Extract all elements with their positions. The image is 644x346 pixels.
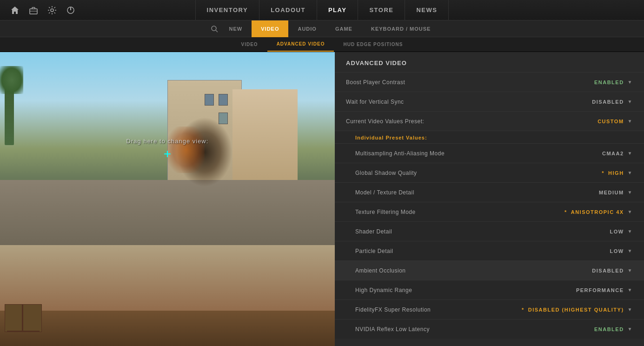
antialiasing-label: Multisampling Anti-Aliasing Mode	[355, 150, 445, 157]
nav-inventory[interactable]: Inventory	[195, 0, 260, 20]
settings-row-shadow-quality[interactable]: Global Shadow Quality * HIGH ▼	[335, 163, 644, 182]
nvidia-reflex-dropdown[interactable]: ▼	[628, 326, 633, 332]
settings-icon[interactable]	[46, 5, 58, 16]
ambient-occlusion-value[interactable]: DISABLED ▼	[592, 268, 633, 273]
nav-news[interactable]: News	[405, 0, 449, 20]
svg-point-2	[51, 9, 53, 12]
shadow-quality-label: Global Shadow Quality	[355, 170, 417, 176]
settings-row-particle-detail[interactable]: Particle Detail LOW ▼	[335, 241, 644, 260]
briefcase-icon[interactable]	[28, 5, 39, 16]
boost-player-contrast-dropdown[interactable]: ▼	[628, 80, 633, 85]
top-nav-left-icons	[9, 5, 76, 16]
fidelityfx-label: FidelityFX Super Resolution	[355, 306, 431, 313]
settings-row-texture-filtering[interactable]: Texture Filtering Mode * ANISOTROPIC 4X …	[335, 202, 644, 221]
settings-row-hdr[interactable]: High Dynamic Range PERFORMANCE ▼	[335, 280, 644, 299]
settings-row-fidelityfx[interactable]: FidelityFX Super Resolution * DISABLED (…	[335, 299, 644, 319]
power-icon[interactable]	[65, 5, 76, 16]
hdr-label: High Dynamic Range	[355, 287, 412, 293]
settings-panel: Advanced Video Boost Player Contrast ENA…	[335, 52, 644, 346]
fidelityfx-value[interactable]: * DISABLED (HIGHEST QUALITY) ▼	[522, 307, 633, 313]
subnav-audio[interactable]: Audio	[288, 20, 325, 37]
texture-filtering-value[interactable]: * ANISOTROPIC 4X ▼	[564, 209, 633, 215]
preview-bottom[interactable]	[0, 245, 335, 346]
antialiasing-dropdown[interactable]: ▼	[628, 151, 633, 156]
individual-preset-header: Individual Preset Values:	[335, 131, 644, 143]
svg-line-6	[216, 30, 218, 32]
preview-panel: Drag here to change view: +	[0, 52, 335, 346]
particle-detail-dropdown[interactable]: ▼	[628, 248, 633, 253]
shadow-quality-dropdown[interactable]: ▼	[628, 170, 633, 175]
shadow-quality-value[interactable]: * HIGH ▼	[602, 170, 633, 176]
tab-navigation: Video Advanced Video HUD Edge Positions	[0, 37, 644, 52]
texture-filtering-label: Texture Filtering Mode	[355, 209, 416, 215]
tab-hud-edge-positions[interactable]: HUD Edge Positions	[334, 37, 412, 52]
antialiasing-value[interactable]: CMAA2 ▼	[602, 151, 633, 156]
boost-player-contrast-value[interactable]: ENABLED ▼	[594, 80, 633, 85]
settings-row-shader-detail[interactable]: Shader Detail LOW ▼	[335, 221, 644, 241]
particle-detail-value[interactable]: LOW ▼	[610, 248, 633, 254]
preview-top[interactable]: Drag here to change view: +	[0, 52, 335, 245]
settings-section-title: Advanced Video	[335, 52, 644, 72]
subnav-game[interactable]: Game	[326, 20, 362, 37]
nav-loadout[interactable]: Loadout	[259, 0, 317, 20]
video-preset-value[interactable]: CUSTOM ▼	[598, 119, 633, 124]
vertical-sync-value[interactable]: DISABLED ▼	[592, 99, 633, 105]
texture-detail-label: Model / Texture Detail	[355, 189, 414, 196]
nvidia-reflex-value[interactable]: ENABLED ▼	[594, 326, 633, 332]
nav-play[interactable]: Play	[317, 0, 358, 20]
sub-navigation: New Video Audio Game Keyboard / Mouse	[0, 20, 644, 37]
shader-detail-value[interactable]: LOW ▼	[610, 229, 633, 234]
texture-detail-value[interactable]: MEDIUM ▼	[599, 190, 633, 195]
tab-advanced-video[interactable]: Advanced Video	[267, 37, 334, 52]
video-preset-label: Current Video Values Preset:	[346, 118, 424, 125]
main-content: Drag here to change view: + Advanced Vid…	[0, 52, 644, 346]
boost-player-contrast-label: Boost Player Contrast	[346, 79, 405, 86]
vertical-sync-label: Wait for Vertical Sync	[346, 99, 404, 105]
nvidia-reflex-label: NVIDIA Reflex Low Latency	[355, 326, 430, 333]
settings-row-video-preset[interactable]: Current Video Values Preset: CUSTOM ▼	[335, 111, 644, 131]
ambient-occlusion-label: Ambient Occlusion	[355, 267, 406, 274]
settings-row-antialiasing[interactable]: Multisampling Anti-Aliasing Mode CMAA2 ▼	[335, 143, 644, 163]
settings-row-ambient-occlusion[interactable]: Ambient Occlusion DISABLED ▼	[335, 260, 644, 280]
shader-detail-dropdown[interactable]: ▼	[628, 229, 633, 234]
nav-store[interactable]: Store	[358, 0, 405, 20]
search-icon[interactable]	[209, 23, 220, 34]
subnav-video[interactable]: Video	[252, 20, 288, 37]
settings-row-vertical-sync[interactable]: Wait for Vertical Sync DISABLED ▼	[335, 92, 644, 111]
settings-row-texture-detail[interactable]: Model / Texture Detail MEDIUM ▼	[335, 182, 644, 202]
hdr-value[interactable]: PERFORMANCE ▼	[576, 287, 633, 293]
top-navigation: Inventory Loadout Play Store News	[0, 0, 644, 20]
particle-detail-label: Particle Detail	[355, 248, 393, 254]
fidelityfx-dropdown[interactable]: ▼	[628, 307, 633, 312]
ambient-occlusion-dropdown[interactable]: ▼	[628, 268, 633, 273]
hdr-dropdown[interactable]: ▼	[628, 287, 633, 293]
home-icon[interactable]	[9, 5, 20, 16]
subnav-keyboard-mouse[interactable]: Keyboard / Mouse	[362, 20, 440, 37]
settings-row-boost-player-contrast[interactable]: Boost Player Contrast ENABLED ▼	[335, 72, 644, 92]
top-nav-center: Inventory Loadout Play Store News	[195, 0, 449, 20]
subnav-new[interactable]: New	[220, 20, 252, 37]
settings-row-nvidia-reflex[interactable]: NVIDIA Reflex Low Latency ENABLED ▼	[335, 319, 644, 339]
texture-detail-dropdown[interactable]: ▼	[628, 190, 633, 195]
vertical-sync-dropdown[interactable]: ▼	[628, 99, 633, 104]
texture-filtering-dropdown[interactable]: ▼	[628, 209, 633, 214]
tab-video[interactable]: Video	[232, 37, 267, 52]
video-preset-dropdown[interactable]: ▼	[628, 119, 633, 124]
shader-detail-label: Shader Detail	[355, 228, 392, 235]
svg-point-5	[212, 26, 216, 31]
